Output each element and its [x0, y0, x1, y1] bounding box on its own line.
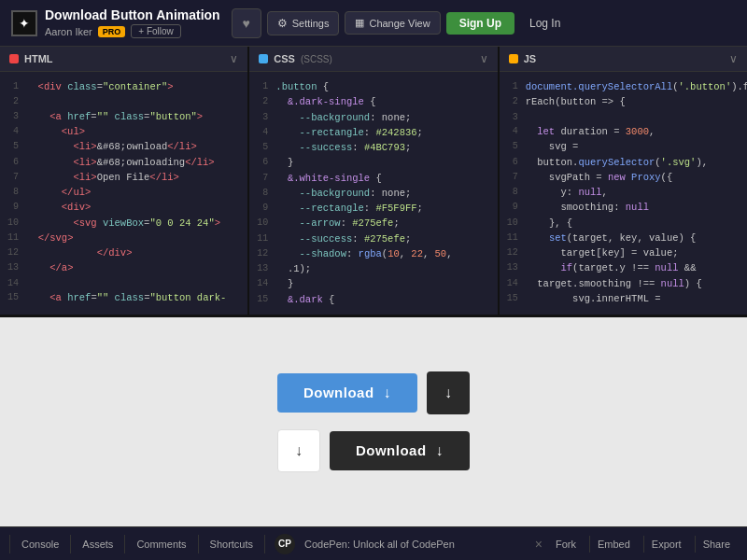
footer-tab-assets[interactable]: Assets [71, 535, 125, 553]
code-line: 14 [0, 276, 247, 291]
code-line: 14 } [249, 276, 497, 291]
editor-area: HTML ∨ 1 <div class="container"> 2 3 <a … [0, 47, 747, 317]
page-title: Download Button Animation [45, 7, 220, 22]
code-line: 12 </div> [0, 245, 247, 260]
code-line: 13 </a> [0, 260, 247, 275]
code-line: 8 y: null, [500, 185, 747, 200]
header-logo: ✦ Download Button Animation Aaron Iker P… [11, 7, 220, 38]
logo-glyph: ✦ [19, 16, 30, 31]
code-line: 9 --rectangle: #F5F9FF; [249, 201, 497, 216]
code-line: 7 <li>Open File</li> [0, 170, 247, 185]
code-line: 12 --shadow: rgba(10, 22, 50, [249, 246, 497, 261]
code-line: 2 &.dark-single { [249, 94, 497, 109]
code-line: 9 smoothing: null [500, 200, 747, 215]
code-line: 2 [0, 94, 247, 109]
footer-message: CodePen: Unlock all of CodePen [304, 539, 529, 550]
header: ✦ Download Button Animation Aaron Iker P… [0, 0, 747, 47]
html-dot [9, 54, 19, 63]
code-line: 5 svg = [500, 139, 747, 154]
code-line: 15 svg.innerHTML = [500, 291, 747, 306]
html-code-area[interactable]: 1 <div class="container"> 2 3 <a href=""… [0, 72, 247, 315]
code-line: 3 [500, 110, 747, 125]
gear-icon: ⚙ [277, 17, 288, 30]
download-button-dark-full[interactable]: Download ↓ [330, 431, 470, 470]
fork-button[interactable]: Fork [548, 536, 584, 553]
footer-tab-console[interactable]: Console [9, 535, 71, 553]
settings-button[interactable]: ⚙ Settings [267, 11, 340, 35]
js-code-area[interactable]: 1document.querySelectorAll('.button').fo… [500, 72, 747, 315]
app-logo-icon: ✦ [11, 10, 37, 36]
embed-button[interactable]: Embed [589, 536, 638, 553]
code-line: 4 <ul> [0, 124, 247, 139]
html-panel-header-left: HTML [9, 53, 53, 64]
code-line: 11 --success: #275efe; [249, 231, 497, 246]
share-button[interactable]: Share [695, 536, 738, 553]
code-line: 13 if(target.y !== null && [500, 260, 747, 275]
change-view-label: Change View [369, 18, 430, 29]
download-button-dark-small[interactable]: ↓ [427, 371, 470, 414]
js-chevron-icon[interactable]: ∨ [729, 52, 738, 65]
code-line: 5 <li>&#68;ownload</li> [0, 139, 247, 154]
code-line: 6 } [249, 155, 497, 170]
code-line: 1 <div class="container"> [0, 79, 247, 94]
footer-actions: Fork Embed Export Share [548, 536, 738, 553]
download-blue-label: Download [303, 385, 374, 400]
signup-button[interactable]: Sign Up [446, 12, 514, 35]
code-line: 3 --background: none; [249, 110, 497, 125]
code-line: 4 --rectangle: #242836; [249, 125, 497, 140]
download-button-blue[interactable]: Download ↓ [277, 373, 417, 413]
html-panel-header: HTML ∨ [0, 47, 247, 72]
code-line: 15 <a href="" class="button dark- [0, 290, 247, 305]
code-line: 15 &.dark { [249, 292, 497, 307]
code-line: 2rEach(button => { [500, 94, 747, 109]
html-panel: HTML ∨ 1 <div class="container"> 2 3 <a … [0, 47, 249, 315]
footer: Console Assets Comments Shortcuts CP Cod… [0, 526, 747, 560]
change-view-button[interactable]: ▦ Change View [345, 11, 440, 35]
code-line: 10 }, { [500, 216, 747, 231]
preview-content: Download ↓ ↓ ↓ Download ↓ [277, 371, 470, 472]
code-line: 10 <svg viewBox="0 0 24 24"> [0, 216, 247, 231]
footer-close-icon[interactable]: × [529, 537, 548, 552]
download-dark-full-arrow-icon: ↓ [436, 442, 444, 459]
follow-button[interactable]: + Follow [131, 24, 181, 38]
download-dark-full-label: Download [356, 442, 427, 458]
download-row-2: ↓ Download ↓ [277, 429, 470, 472]
login-button[interactable]: Log In [520, 12, 570, 35]
code-line: 5 --success: #4BC793; [249, 140, 497, 155]
heart-icon: ♥ [243, 16, 250, 31]
css-chevron-icon[interactable]: ∨ [480, 52, 488, 65]
code-line: 4 let duration = 3000, [500, 124, 747, 139]
export-button[interactable]: Export [643, 536, 689, 553]
css-panel-label: CSS [274, 53, 295, 64]
code-line: 1.button { [249, 79, 497, 94]
code-line: 8 </ul> [0, 185, 247, 200]
preview-area: Download ↓ ↓ ↓ Download ↓ [0, 317, 747, 526]
css-panel-sublabel: (SCSS) [301, 54, 332, 64]
settings-label: Settings [292, 18, 330, 29]
pro-badge: PRO [98, 26, 126, 37]
download-button-white-small[interactable]: ↓ [277, 429, 320, 472]
header-sub: Aaron Iker PRO + Follow [45, 24, 220, 38]
code-line: 11 set(target, key, value) { [500, 231, 747, 245]
header-actions: ♥ ⚙ Settings ▦ Change View Sign Up Log I… [232, 8, 571, 38]
js-panel-header-left: JS [509, 53, 536, 64]
heart-button[interactable]: ♥ [232, 8, 261, 38]
js-panel-label: JS [524, 53, 536, 64]
css-code-area[interactable]: 1.button { 2 &.dark-single { 3 --backgro… [249, 72, 497, 315]
js-panel-header: JS ∨ [500, 47, 747, 72]
codepen-footer-logo: CP [275, 534, 295, 554]
code-line: 11 </svg> [0, 231, 247, 245]
download-dark-small-arrow-icon: ↓ [444, 385, 452, 401]
download-white-small-arrow-icon: ↓ [295, 442, 303, 459]
css-panel-header-left: CSS (SCSS) [259, 53, 332, 64]
footer-tab-shortcuts[interactable]: Shortcuts [199, 535, 265, 553]
css-dot [259, 54, 268, 63]
html-chevron-icon[interactable]: ∨ [230, 52, 238, 65]
footer-tab-comments[interactable]: Comments [125, 535, 198, 553]
download-row-1: Download ↓ ↓ [277, 371, 470, 414]
author-name: Aaron Iker [45, 26, 92, 37]
download-blue-arrow-icon: ↓ [384, 385, 392, 401]
js-panel: JS ∨ 1document.querySelectorAll('.button… [500, 47, 747, 315]
code-line: 12 target[key] = value; [500, 245, 747, 260]
change-view-icon: ▦ [355, 17, 364, 29]
